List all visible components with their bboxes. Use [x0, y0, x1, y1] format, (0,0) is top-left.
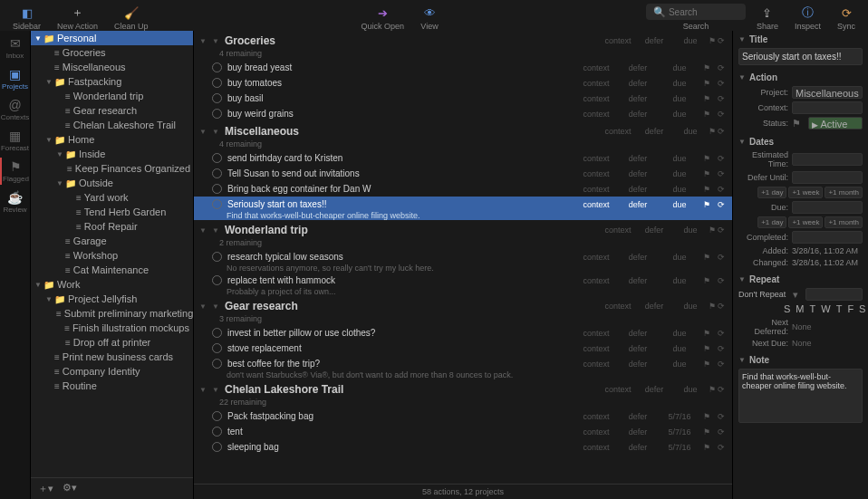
task-row[interactable]: buy tomatoescontextdeferdue⚑⟳ [194, 75, 732, 91]
sidebar-item[interactable]: ≡Groceries [31, 45, 193, 60]
flag-icon[interactable]: ⚑ [703, 360, 712, 369]
flag-icon[interactable]: ⚑ [703, 427, 712, 437]
est-time-input[interactable] [792, 153, 863, 166]
flag-icon[interactable]: ⚑ [703, 329, 712, 338]
repeat-icon[interactable]: ⟳ [718, 385, 727, 394]
sidebar-item[interactable]: ≡Miscellaneous [31, 60, 193, 74]
chevron-down-icon[interactable]: ▼ [738, 73, 746, 82]
due-input[interactable] [792, 201, 863, 214]
quick-1day-due[interactable]: +1 day [757, 216, 786, 228]
completed-input[interactable] [792, 231, 863, 244]
sidebar-item[interactable]: ≡Tend Herb Garden [31, 205, 193, 219]
day-letter[interactable]: S [784, 303, 790, 314]
flag-toggle[interactable]: ⚑ [792, 118, 801, 130]
group-header[interactable]: ▼▼Chelan Lakeshore Trailcontextdeferdue⚑… [194, 379, 732, 399]
sidebar-item[interactable]: ≡Yard work [31, 190, 193, 205]
flag-icon[interactable]: ⚑ [703, 412, 712, 421]
sidebar-item[interactable]: ▼📁Home [31, 132, 193, 147]
share-button[interactable]: ⇪ Share [751, 4, 784, 33]
repeat-input[interactable] [805, 288, 863, 301]
group-header[interactable]: ▼▼Miscellaneouscontextdeferdue⚑⟳ [194, 121, 732, 141]
context-select[interactable] [792, 101, 863, 114]
day-letter[interactable]: M [796, 303, 804, 314]
task-row[interactable]: send birthday card to Kristencontextdefe… [194, 150, 732, 166]
disclosure-arrow[interactable]: ▼ [56, 150, 65, 158]
task-row[interactable]: Tell Susan to send out invitationscontex… [194, 166, 732, 181]
nav-inbox[interactable]: ✉Inbox [0, 34, 31, 62]
quick-1week[interactable]: +1 week [788, 187, 823, 198]
sidebar-item[interactable]: ▼📁Fastpacking [31, 74, 193, 89]
flag-icon[interactable]: ⚑ [703, 344, 712, 353]
quick-open-button[interactable]: ➔ Quick Open [356, 4, 410, 33]
search-input-wrap[interactable]: 🔍 [646, 4, 746, 20]
flag-icon[interactable]: ⚑ [703, 443, 712, 452]
checkbox[interactable] [212, 252, 222, 262]
repeat-icon[interactable]: ⟳ [718, 154, 727, 163]
sidebar-item[interactable]: ≡Print new business cards [31, 350, 193, 364]
flag-icon[interactable]: ⚑ [703, 63, 712, 72]
project-select[interactable]: Miscellaneous ▾ [792, 86, 863, 99]
chevron-down-icon[interactable]: ▼ [738, 275, 746, 283]
chevron-down-icon[interactable]: ▼ [212, 386, 219, 394]
repeat-icon[interactable]: ⟳ [718, 169, 727, 178]
group-header[interactable]: ▼▼Wonderland tripcontextdeferdue⚑⟳ [194, 220, 732, 240]
chevron-down-icon[interactable]: ▼ [212, 37, 219, 45]
chevron-down-icon[interactable]: ▼ [212, 128, 219, 136]
flag-icon[interactable]: ⚑ [709, 127, 718, 136]
checkbox[interactable] [212, 93, 222, 103]
group-header[interactable]: ▼▼Groceriescontextdeferdue⚑⟳ [194, 31, 732, 51]
flag-icon[interactable]: ⚑ [703, 185, 712, 194]
day-letter[interactable]: T [836, 303, 843, 314]
gear-button[interactable]: ⚙▾ [63, 482, 77, 495]
sidebar-item[interactable]: ≡Workshop [31, 248, 193, 263]
repeat-icon[interactable]: ⟳ [718, 302, 727, 311]
task-row[interactable]: stove replacementcontextdeferdue⚑⟳ [194, 341, 732, 356]
sync-button[interactable]: ⟳ Sync [832, 4, 861, 33]
checkbox[interactable] [212, 328, 222, 338]
day-letter[interactable]: S [859, 303, 865, 314]
search-input[interactable] [669, 7, 741, 17]
sidebar-item[interactable]: ▼📁Project Jellyfish [31, 292, 193, 306]
disclosure-arrow[interactable]: ▼ [45, 78, 54, 86]
sidebar-item[interactable]: ≡Cat Maintenance [31, 263, 193, 277]
sidebar-item[interactable]: ≡Drop off at printer [31, 335, 193, 350]
task-row[interactable]: tentcontextdefer5/7/16⚑⟳ [194, 424, 732, 439]
defer-input[interactable] [792, 171, 863, 184]
flag-icon[interactable]: ⚑ [709, 385, 718, 394]
chevron-down-icon[interactable]: ▼ [738, 356, 746, 364]
flag-icon[interactable]: ⚑ [703, 276, 712, 285]
day-letter[interactable]: F [847, 303, 854, 314]
disclosure-arrow[interactable]: ▼ [34, 34, 43, 43]
nav-flagged[interactable]: ⚑Flagged [0, 158, 31, 185]
repeat-icon[interactable]: ⟳ [718, 427, 727, 437]
flag-icon[interactable]: ⚑ [703, 110, 712, 119]
flag-icon[interactable]: ⚑ [709, 36, 718, 45]
sidebar-item[interactable]: ≡Company Identity [31, 364, 193, 379]
task-row[interactable]: Pack fastpacking bagcontextdefer5/7/16⚑⟳ [194, 408, 732, 424]
checkbox[interactable] [212, 78, 222, 88]
task-row[interactable]: buy bread yeastcontextdeferdue⚑⟳ [194, 60, 732, 75]
repeat-icon[interactable]: ⟳ [718, 110, 727, 119]
chevron-down-icon[interactable]: ▼ [212, 302, 219, 311]
inspect-button[interactable]: ⓘ Inspect [789, 4, 826, 33]
chevron-down-icon[interactable]: ▼ [199, 226, 207, 235]
checkbox[interactable] [212, 275, 222, 285]
chevron-down-icon[interactable]: ▼ [199, 302, 207, 311]
disclosure-arrow[interactable]: ▼ [45, 295, 54, 303]
sidebar-item[interactable]: ≡Wonderland trip [31, 89, 193, 103]
disclosure-arrow[interactable]: ▼ [45, 136, 54, 144]
repeat-icon[interactable]: ⟳ [718, 36, 727, 45]
sidebar-item[interactable]: ≡Chelan Lakeshore Trail [31, 118, 193, 132]
repeat-icon[interactable]: ⟳ [718, 253, 727, 262]
task-row[interactable]: sleeping bagcontextdefer5/7/16⚑⟳ [194, 439, 732, 455]
note-textarea[interactable]: Find that works-well-but-cheaper online … [738, 369, 863, 423]
task-row[interactable]: research typical low seasonscontextdefer… [194, 249, 732, 264]
flag-icon[interactable]: ⚑ [709, 226, 718, 235]
repeat-icon[interactable]: ⟳ [718, 63, 727, 72]
checkbox[interactable] [212, 184, 222, 194]
quick-1week-due[interactable]: +1 week [788, 216, 823, 228]
flag-icon[interactable]: ⚑ [709, 302, 718, 311]
sidebar-item[interactable]: ≡Garage [31, 234, 193, 248]
sidebar-item[interactable]: ≡Submit preliminary marketing... [31, 306, 193, 321]
checkbox[interactable] [212, 168, 222, 178]
